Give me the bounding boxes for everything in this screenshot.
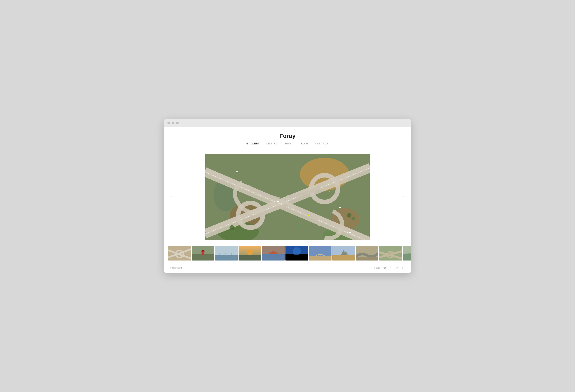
site-nav: GALLERY LISTING ABOUT BLOG CONTACT: [164, 142, 411, 146]
svg-point-32: [225, 253, 226, 254]
browser-dot-yellow: [172, 122, 174, 124]
thumbnail-6[interactable]: [286, 246, 308, 261]
share-area: share g+: [374, 266, 405, 270]
svg-point-41: [293, 247, 301, 255]
main-image: [205, 154, 370, 240]
share-label: share: [374, 267, 381, 269]
thumbnail-11[interactable]: [403, 246, 411, 261]
svg-rect-35: [239, 255, 261, 261]
next-button[interactable]: ›: [401, 192, 407, 202]
twitter-icon[interactable]: [383, 266, 387, 270]
gallery-main: ‹: [164, 150, 411, 244]
browser-window: Foray GALLERY LISTING ABOUT BLOG CONTACT…: [164, 119, 411, 273]
main-image-svg: [205, 154, 370, 240]
thumbnail-9[interactable]: [356, 246, 378, 261]
thumbnail-strip: [164, 244, 411, 262]
copyright-text: © Copyright: [170, 267, 182, 269]
svg-rect-38: [262, 254, 285, 261]
nav-blog[interactable]: BLOG: [301, 142, 309, 145]
svg-rect-15: [267, 191, 269, 192]
svg-rect-16: [339, 207, 341, 208]
svg-rect-10: [246, 173, 248, 174]
svg-point-31: [219, 253, 220, 255]
svg-point-22: [351, 217, 355, 220]
site-header: Foray GALLERY LISTING ABOUT BLOG CONTACT: [164, 127, 411, 150]
thumbnail-8[interactable]: [332, 246, 355, 261]
thumbnail-10[interactable]: [379, 246, 402, 261]
website-content: Foray GALLERY LISTING ABOUT BLOG CONTACT…: [164, 127, 411, 273]
linkedin-icon[interactable]: [395, 266, 399, 270]
svg-rect-14: [298, 226, 300, 227]
thumbnail-3[interactable]: [215, 246, 238, 261]
svg-rect-45: [332, 255, 355, 261]
svg-point-33: [231, 253, 232, 255]
browser-dot-red: [168, 122, 170, 124]
svg-rect-13: [329, 191, 330, 192]
thumbnail-7[interactable]: [309, 246, 332, 261]
browser-titlebar: [164, 119, 411, 127]
svg-point-21: [347, 213, 351, 218]
svg-rect-27: [202, 251, 204, 255]
browser-dot-green: [176, 122, 179, 124]
thumbnail-5[interactable]: [262, 246, 285, 261]
svg-rect-30: [215, 255, 238, 261]
svg-point-67: [396, 267, 396, 267]
svg-point-19: [230, 225, 235, 230]
thumbnail-2[interactable]: [192, 246, 214, 261]
prev-button[interactable]: ‹: [168, 192, 174, 202]
svg-rect-11: [277, 201, 279, 202]
svg-rect-17: [257, 228, 258, 228]
svg-rect-53: [403, 254, 411, 261]
svg-rect-18: [349, 232, 351, 233]
thumbnail-4[interactable]: [239, 246, 261, 261]
svg-point-20: [235, 228, 239, 232]
svg-rect-9: [236, 171, 238, 172]
site-footer: © Copyright share g+: [164, 262, 411, 273]
nav-listing[interactable]: LISTING: [266, 142, 278, 145]
svg-rect-49: [356, 258, 378, 261]
svg-point-36: [247, 249, 253, 255]
nav-about[interactable]: ABOUT: [285, 142, 294, 145]
facebook-icon[interactable]: [389, 266, 393, 270]
svg-rect-43: [309, 256, 332, 261]
svg-rect-12: [308, 215, 310, 216]
googleplus-icon[interactable]: g+: [401, 266, 405, 270]
site-title: Foray: [164, 133, 411, 139]
thumbnail-1[interactable]: [168, 246, 191, 261]
nav-contact[interactable]: CONTACT: [315, 142, 329, 145]
nav-gallery[interactable]: GALLERY: [246, 142, 260, 145]
